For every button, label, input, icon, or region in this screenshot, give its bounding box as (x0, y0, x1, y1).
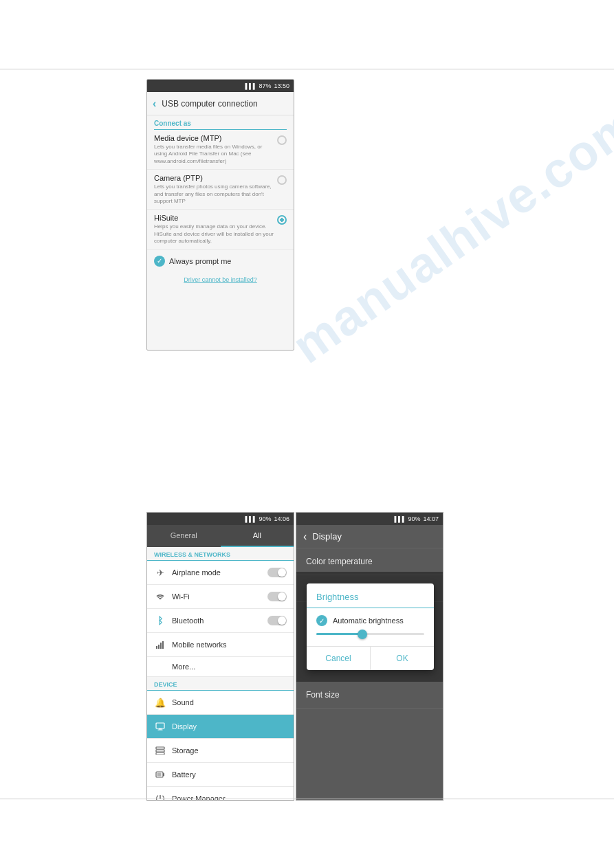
bottom-rule (0, 799, 614, 799)
s3-items-below: Font size (296, 682, 443, 709)
s2-signal: ▌▌▌ (245, 516, 256, 522)
svg-rect-7 (156, 747, 164, 749)
s1-ptp-title: Camera (PTP) (154, 174, 274, 182)
power-manager-icon (154, 792, 166, 801)
s3-slider-fill (316, 633, 360, 635)
s1-signal: ▌▌▌ (245, 83, 256, 89)
s1-mtp-desc: Lets you transfer media files on Windows… (154, 144, 274, 165)
airplane-icon: ✈ (154, 566, 166, 579)
display-icon (154, 720, 166, 733)
s3-dialog-overlay: Brightness ✓ Automatic brightness Cancel… (296, 572, 443, 682)
storage-icon (154, 744, 166, 757)
watermark: manualhive.com (282, 95, 614, 375)
s1-hisuite-desc: Helps you easily manage data on your dev… (154, 223, 274, 245)
svg-rect-11 (163, 773, 164, 776)
s3-ok-button[interactable]: OK (371, 647, 434, 670)
s1-always-prompt-row[interactable]: ✓ Always prompt me (147, 250, 294, 272)
svg-rect-3 (162, 641, 164, 649)
s1-page-title: USB computer connection (162, 99, 257, 109)
s2-item-mobile[interactable]: Mobile networks (147, 633, 294, 657)
s2-item-bluetooth[interactable]: ᛒ Bluetooth (147, 609, 294, 633)
svg-rect-12 (157, 773, 162, 777)
s3-page-title: Display (312, 531, 342, 542)
s1-always-prompt-label: Always prompt me (169, 257, 231, 265)
s2-mobile-label: Mobile networks (172, 641, 287, 649)
s3-signal: ▌▌▌ (394, 516, 406, 522)
s1-driver-link[interactable]: Driver cannot be installed? (184, 276, 257, 283)
s2-statusbar: ▌▌▌ 90% 14:06 (147, 513, 294, 525)
s2-item-sound[interactable]: 🔔 Sound (147, 691, 294, 715)
svg-rect-1 (158, 645, 160, 649)
s2-item-wifi[interactable]: Wi-Fi (147, 585, 294, 609)
sound-icon: 🔔 (154, 696, 166, 709)
s1-mtp-radio[interactable] (277, 135, 287, 145)
s2-power-label: Power Manager (172, 794, 287, 801)
s2-item-airplane[interactable]: ✈ Airplane mode (147, 561, 294, 585)
s2-wireless-header: WIRELESS & NETWORKS (147, 547, 294, 561)
tab-general[interactable]: General (147, 525, 221, 547)
wifi-icon (154, 590, 166, 603)
mobile-networks-icon (154, 638, 166, 651)
screenshot1-usb: ▌▌▌ 87% 13:50 ‹ USB computer connection … (146, 79, 294, 350)
battery-icon (154, 768, 166, 781)
s1-mtp-title: Media device (MTP) (154, 134, 274, 142)
s1-time: 13:50 (274, 82, 289, 89)
s3-brightness-dialog: Brightness ✓ Automatic brightness Cancel… (307, 583, 434, 670)
s2-item-storage[interactable]: Storage (147, 739, 294, 763)
screenshot3-display: ▌▌▌ 90% 14:07 ‹ Display Color temperatur… (296, 512, 443, 801)
s1-check-icon: ✓ (154, 256, 165, 267)
s3-item-font-size[interactable]: Font size (296, 682, 443, 709)
bluetooth-icon: ᛒ (154, 614, 166, 627)
s2-wifi-toggle[interactable] (267, 592, 287, 601)
s1-battery: 87% (259, 82, 271, 89)
s2-wifi-label: Wi-Fi (172, 592, 267, 601)
s2-bluetooth-toggle[interactable] (267, 616, 287, 625)
s2-airplane-toggle[interactable] (267, 568, 287, 577)
svg-rect-5 (159, 728, 162, 730)
screenshot2-settings: ▌▌▌ 90% 14:06 General All WIRELESS & NET… (146, 512, 294, 801)
s2-item-more[interactable]: More... (147, 657, 294, 677)
s3-auto-brightness-row[interactable]: ✓ Automatic brightness (316, 615, 424, 626)
s1-titlebar: ‹ USB computer connection (147, 92, 294, 115)
s3-battery: 90% (408, 515, 420, 522)
s1-ptp-desc: Lets you transfer photos using camera so… (154, 183, 274, 205)
s3-dialog-title: Brightness (307, 583, 434, 608)
s2-storage-label: Storage (172, 746, 287, 755)
s3-time: 14:07 (423, 515, 439, 522)
s1-back-button[interactable]: ‹ (153, 98, 156, 110)
s1-ptp-radio[interactable] (277, 175, 287, 185)
s3-brightness-slider[interactable] (316, 633, 424, 635)
s3-titlebar: ‹ Display (296, 525, 443, 548)
svg-rect-9 (156, 753, 164, 755)
s3-slider-thumb[interactable] (358, 630, 367, 639)
s3-statusbar: ▌▌▌ 90% 14:07 (296, 513, 443, 525)
s1-option-mtp[interactable]: Media device (MTP) Lets you transfer med… (147, 130, 294, 170)
s2-battery: 90% (259, 515, 271, 522)
s2-item-display[interactable]: Display (147, 715, 294, 739)
s1-hisuite-title: HiSuite (154, 214, 274, 222)
tab-all[interactable]: All (221, 525, 294, 547)
s1-driver-link-container: Driver cannot be installed? (147, 272, 294, 286)
s2-battery-label: Battery (172, 770, 287, 779)
s2-display-label: Display (172, 722, 287, 731)
s3-back-button[interactable]: ‹ (303, 531, 307, 543)
svg-rect-0 (156, 646, 157, 649)
svg-rect-2 (160, 643, 162, 649)
s1-hisuite-radio[interactable] (277, 215, 287, 225)
s2-bluetooth-label: Bluetooth (172, 616, 267, 625)
s3-auto-check-icon: ✓ (316, 615, 327, 626)
svg-rect-4 (156, 723, 164, 728)
s2-sound-label: Sound (172, 698, 287, 706)
s3-cancel-button[interactable]: Cancel (307, 647, 371, 670)
s2-item-battery[interactable]: Battery (147, 763, 294, 787)
svg-rect-8 (156, 750, 164, 752)
s3-dialog-buttons: Cancel OK (307, 646, 434, 670)
s1-option-ptp[interactable]: Camera (PTP) Lets you transfer photos us… (147, 170, 294, 210)
s2-airplane-label: Airplane mode (172, 568, 267, 577)
s1-statusbar: ▌▌▌ 87% 13:50 (147, 80, 294, 92)
s2-device-header: DEVICE (147, 677, 294, 691)
s2-tabs: General All (147, 525, 294, 547)
s1-connect-as-label: Connect as (147, 115, 294, 129)
s3-auto-brightness-label: Automatic brightness (333, 616, 404, 625)
s1-option-hisuite[interactable]: HiSuite Helps you easily manage data on … (147, 210, 294, 249)
